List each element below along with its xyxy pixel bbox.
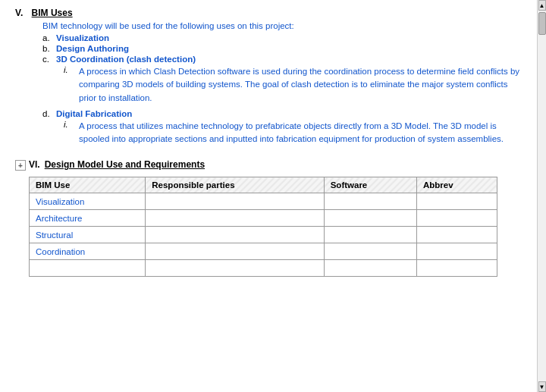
cell-software-2[interactable]	[324, 210, 416, 227]
list-text-b: Design Authoring	[56, 44, 129, 53]
cell-responsible-3[interactable]	[146, 227, 324, 243]
cell-abbrev-4[interactable]	[416, 243, 497, 260]
sub-label-d-i: i.	[64, 120, 79, 146]
sub-text-d-i: A process that utilizes machine technolo…	[79, 120, 522, 146]
sub-item-d-i: i. A process that utilizes machine techn…	[64, 120, 522, 146]
cell-abbrev-2[interactable]	[416, 210, 497, 227]
section-vi: + VI. Design Model Use and Requirements …	[15, 159, 522, 277]
scrollbar-thumb[interactable]	[538, 12, 546, 35]
cell-software-1[interactable]	[324, 193, 416, 210]
sub-item-c-i: i. A process in which Clash Detection so…	[64, 65, 522, 105]
bim-uses-list: a. Visualization b. Design Authoring c. …	[42, 33, 522, 149]
roman-numeral-v: V.	[15, 8, 23, 18]
bim-use-table: BIM Use Responsible parties Software Abb…	[29, 177, 497, 277]
cell-software-3[interactable]	[324, 227, 416, 243]
list-item-b: b. Design Authoring	[42, 44, 522, 53]
table-row: Structural	[30, 227, 497, 243]
table-row: Coordination	[30, 243, 497, 260]
list-text-a: Visualization	[56, 33, 109, 42]
list-label-b: b.	[42, 44, 56, 53]
page-container: V. BIM Uses BIM technology will be used …	[0, 0, 546, 392]
cell-software-4[interactable]	[324, 243, 416, 260]
table-row: Visualization	[30, 193, 497, 210]
cell-empty-1[interactable]	[30, 260, 146, 277]
table-body: Visualization Architecture Str	[30, 193, 497, 277]
cell-responsible-4[interactable]	[146, 243, 324, 260]
bim-use-table-wrapper: BIM Use Responsible parties Software Abb…	[29, 177, 522, 277]
cell-responsible-5[interactable]	[146, 260, 324, 277]
cell-coordination: Coordination	[30, 243, 146, 260]
cell-abbrev-3[interactable]	[416, 227, 497, 243]
scrollbar-arrow-up[interactable]: ▲	[538, 0, 546, 11]
list-item-a: a. Visualization	[42, 33, 522, 42]
scrollbar[interactable]: ▲ ▼	[537, 0, 546, 392]
roman-numeral-vi: VI.	[29, 159, 40, 170]
list-item-c: c. 3D Coordination (clash detection) i. …	[42, 55, 522, 108]
sub-label-c-i: i.	[64, 65, 79, 105]
col-header-responsible: Responsible parties	[146, 177, 324, 193]
section-v-intro: BIM technology will be used for the foll…	[42, 21, 522, 30]
sub-list-d: i. A process that utilizes machine techn…	[64, 120, 522, 149]
cell-abbrev-1[interactable]	[416, 193, 497, 210]
table-row	[30, 260, 497, 277]
section-v-header: V. BIM Uses	[15, 8, 522, 18]
list-item-d: d. Digital Fabrication i. A process that…	[42, 109, 522, 149]
table-header-row: BIM Use Responsible parties Software Abb…	[30, 177, 497, 193]
section-v-title: BIM Uses	[32, 8, 73, 18]
cell-responsible-1[interactable]	[146, 193, 324, 210]
table-row: Architecture	[30, 210, 497, 227]
sub-text-c-i: A process in which Clash Detection softw…	[79, 65, 522, 105]
cell-abbrev-5[interactable]	[416, 260, 497, 277]
list-text-c: 3D Coordination (clash detection)	[56, 55, 196, 64]
expand-icon[interactable]: +	[15, 160, 26, 171]
list-label-c: c.	[42, 55, 56, 64]
cell-visualization: Visualization	[30, 193, 146, 210]
table-header: BIM Use Responsible parties Software Abb…	[30, 177, 497, 193]
section-vi-header: + VI. Design Model Use and Requirements	[15, 159, 522, 171]
cell-structural: Structural	[30, 227, 146, 243]
col-header-bim-use: BIM Use	[30, 177, 146, 193]
cell-responsible-2[interactable]	[146, 210, 324, 227]
col-header-abbrev: Abbrev	[416, 177, 497, 193]
sub-list-c: i. A process in which Clash Detection so…	[64, 65, 522, 108]
document-content: V. BIM Uses BIM technology will be used …	[0, 0, 537, 392]
list-text-d: Digital Fabrication	[56, 109, 132, 118]
section-vi-title: Design Model Use and Requirements	[45, 159, 205, 170]
cell-architecture: Architecture	[30, 210, 146, 227]
cell-software-5[interactable]	[324, 260, 416, 277]
list-label-a: a.	[42, 33, 56, 42]
scrollbar-arrow-down[interactable]: ▼	[538, 381, 546, 392]
list-label-d: d.	[42, 109, 56, 118]
col-header-software: Software	[324, 177, 416, 193]
section-v: V. BIM Uses BIM technology will be used …	[15, 8, 522, 149]
